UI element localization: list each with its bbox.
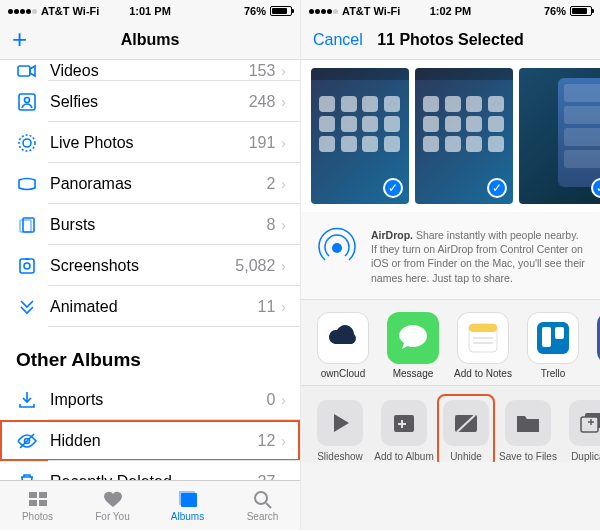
share-apps-row[interactable]: ownCloud Message Add to Notes Trello Fac… [301,300,600,386]
battery-icon [570,6,592,16]
nav-bar: Cancel 11 Photos Selected [301,20,600,60]
cancel-button[interactable]: Cancel [313,31,363,49]
action-label: Add to Album [374,451,433,462]
action-play[interactable]: Slideshow [315,400,365,462]
action-duplicate[interactable]: Duplicate [567,400,600,462]
action-unhide[interactable]: Unhide [441,398,491,462]
chevron-right-icon: › [281,135,286,151]
share-app-owncloud[interactable]: ownCloud [315,312,371,379]
unhide-icon [443,400,489,446]
check-icon: ✓ [383,178,403,198]
chevron-right-icon: › [281,474,286,481]
tab-albums[interactable]: Albums [150,481,225,530]
album-row[interactable]: Videos 153 › [0,60,300,81]
imports-icon [16,389,38,411]
svg-point-18 [255,492,267,504]
hidden-icon [16,430,38,452]
action-add-album[interactable]: Add to Album [379,400,429,462]
svg-rect-27 [555,327,564,339]
album-count: 5,082 [235,257,275,275]
svg-rect-15 [39,500,47,506]
album-count: 27 [258,473,276,481]
share-app-facebook[interactable]: Facebook [595,312,600,379]
action-label: Unhide [450,451,482,462]
album-row[interactable]: Selfies 248 › [0,81,300,122]
album-label: Selfies [50,93,249,111]
chevron-right-icon: › [281,217,286,233]
album-row[interactable]: Screenshots 5,082 › [0,245,300,286]
chevron-right-icon: › [281,258,286,274]
selected-thumbnails[interactable]: ✓ ✓ ✓ [301,60,600,212]
actions-row[interactable]: Slideshow Add to Album Unhide Save to Fi… [301,386,600,462]
clock: 1:01 PM [103,5,198,17]
battery-icon [270,6,292,16]
svg-rect-7 [20,259,34,273]
duplicate-icon [569,400,600,446]
svg-rect-22 [469,324,497,332]
album-row[interactable]: Recently Deleted 27 › [0,461,300,480]
clock: 1:02 PM [403,5,497,17]
owncloud-icon [317,312,369,364]
album-label: Recently Deleted [50,473,258,481]
check-icon: ✓ [487,178,507,198]
svg-rect-0 [18,66,30,76]
album-count: 248 [249,93,276,111]
tab-search[interactable]: Search [225,481,300,530]
album-count: 153 [249,62,276,80]
airdrop-row[interactable]: AirDrop. Share instantly with people nea… [301,212,600,300]
tab-for-you[interactable]: For You [75,481,150,530]
phone-share-sheet: AT&T Wi-Fi 1:02 PM 76% Cancel 11 Photos … [300,0,600,530]
svg-rect-25 [537,322,569,354]
share-app-trello[interactable]: Trello [525,312,581,379]
action-folder[interactable]: Save to Files [503,400,553,462]
tab-photos-icon [26,489,50,509]
svg-rect-14 [29,500,37,506]
signal-icon [309,9,338,14]
carrier-label: AT&T Wi-Fi [41,5,99,17]
svg-point-3 [23,139,31,147]
album-label: Videos [50,62,249,80]
carrier-label: AT&T Wi-Fi [342,5,400,17]
share-app-notes[interactable]: Add to Notes [455,312,511,379]
folder-icon [505,400,551,446]
albums-list[interactable]: Videos 153 › Selfies 248 › Live Photos 1… [0,60,300,480]
album-row[interactable]: Imports 0 › [0,379,300,420]
album-row[interactable]: Panoramas 2 › [0,163,300,204]
album-count: 11 [258,298,276,316]
album-count: 2 [266,175,275,193]
trash-icon [16,471,38,481]
album-row[interactable]: Live Photos 191 › [0,122,300,163]
svg-rect-6 [20,220,31,232]
share-app-message[interactable]: Message [385,312,441,379]
svg-rect-17 [179,491,195,505]
share-app-label: Trello [541,368,566,379]
action-label: Save to Files [499,451,557,462]
album-row[interactable]: Bursts 8 › [0,204,300,245]
thumbnail[interactable]: ✓ [415,68,513,204]
battery-pct: 76% [244,5,266,17]
add-button[interactable]: + [12,24,27,55]
tab-label: Search [247,511,279,522]
livephotos-icon [16,132,38,154]
tab-photos[interactable]: Photos [0,481,75,530]
status-bar: AT&T Wi-Fi 1:02 PM 76% [301,0,600,20]
action-label: Duplicate [571,451,600,462]
thumbnail[interactable]: ✓ [519,68,600,204]
chevron-right-icon: › [281,299,286,315]
album-row[interactable]: Animated 11 › [0,286,300,327]
svg-point-20 [332,243,342,253]
thumbnail[interactable]: ✓ [311,68,409,204]
status-bar: AT&T Wi-Fi 1:01 PM 76% [0,0,300,20]
album-row[interactable]: Hidden 12 › [0,420,300,461]
tab-albums-icon [176,489,200,509]
album-label: Hidden [50,432,258,450]
chevron-right-icon: › [281,176,286,192]
svg-rect-9 [25,258,29,260]
videos-icon [16,60,38,81]
notes-icon [457,312,509,364]
album-label: Screenshots [50,257,235,275]
svg-rect-34 [581,417,598,432]
album-count: 0 [266,391,275,409]
page-title: Albums [0,31,300,49]
screenshots-icon [16,255,38,277]
